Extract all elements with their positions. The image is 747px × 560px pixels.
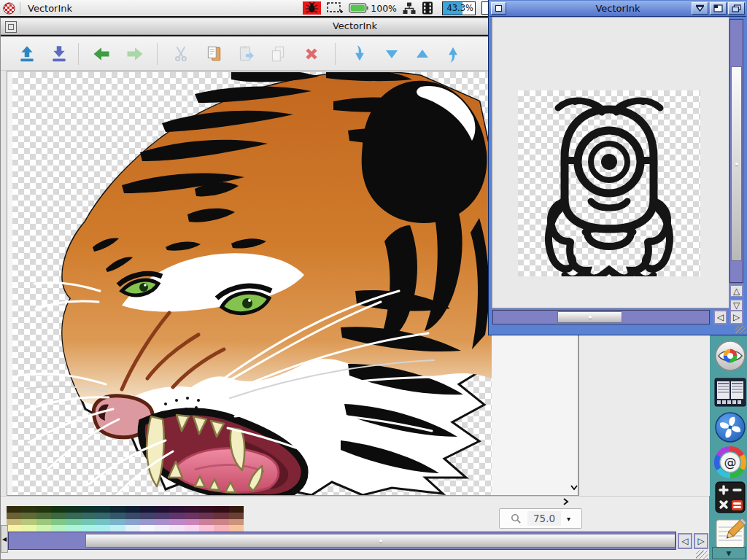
- bug-report-button[interactable]: [303, 1, 321, 15]
- palette-swatch[interactable]: [199, 513, 214, 519]
- palette-swatch[interactable]: [169, 506, 184, 513]
- palette-swatch[interactable]: [36, 513, 51, 519]
- boing-ball-icon[interactable]: [3, 2, 15, 15]
- palette-swatch[interactable]: [81, 525, 96, 532]
- palette-swatch[interactable]: [21, 525, 36, 532]
- palette-swatch[interactable]: [36, 519, 51, 526]
- palette-swatch[interactable]: [110, 506, 125, 513]
- film-indicator[interactable]: [422, 1, 433, 15]
- palette-swatch[interactable]: [66, 519, 80, 526]
- palette-swatch[interactable]: [21, 519, 36, 526]
- palette-swatch[interactable]: [96, 519, 110, 526]
- palette-swatch[interactable]: [155, 506, 169, 513]
- preview-vscroll-thumb[interactable]: [731, 66, 742, 261]
- palette-swatch[interactable]: [185, 513, 199, 519]
- dock-item-file-manager[interactable]: [713, 376, 746, 408]
- preview-vertical-scrollbar[interactable]: [729, 19, 743, 283]
- palette-swatch[interactable]: [36, 506, 51, 513]
- zoom-control[interactable]: 75.0 ▾: [499, 508, 582, 529]
- screengrab-button[interactable]: [327, 2, 343, 15]
- palette-swatch[interactable]: [81, 506, 96, 513]
- palette-swatch[interactable]: [155, 513, 169, 519]
- duplicate-button[interactable]: [265, 42, 291, 66]
- main-horizontal-scrollbar[interactable]: [8, 532, 676, 550]
- paste-button[interactable]: [233, 42, 259, 66]
- palette-swatch[interactable]: [214, 525, 228, 532]
- palette-swatch[interactable]: [96, 513, 110, 519]
- palette-swatch[interactable]: [199, 525, 214, 532]
- zoom-level-value[interactable]: 75.0: [527, 511, 561, 526]
- palette-swatch[interactable]: [125, 513, 140, 519]
- palette-swatch[interactable]: [140, 506, 155, 513]
- palette-swatch[interactable]: [140, 513, 155, 519]
- main-hscroll-right-button[interactable]: ▷: [694, 533, 708, 549]
- palette-swatch[interactable]: [214, 513, 228, 519]
- palette-swatch[interactable]: [199, 506, 214, 513]
- palette-swatch[interactable]: [140, 519, 155, 526]
- dock-item-contacts[interactable]: @: [713, 446, 746, 478]
- cpu-progress-indicator[interactable]: 43.3%: [439, 1, 476, 15]
- undo-button[interactable]: [88, 42, 115, 66]
- palette-swatch[interactable]: [169, 519, 184, 526]
- dock-collapse-handle[interactable]: ▼: [712, 547, 746, 559]
- tiger-illustration[interactable]: [12, 72, 492, 495]
- palette-swatch[interactable]: [185, 525, 199, 532]
- palette-swatch[interactable]: [229, 506, 244, 513]
- palette-swatch[interactable]: [110, 525, 125, 532]
- palette-swatch[interactable]: [229, 519, 244, 526]
- window-iconify-gadget[interactable]: [692, 2, 708, 15]
- zoom-dropdown-icon[interactable]: ▾: [567, 515, 570, 523]
- window-depth-gadget[interactable]: [728, 2, 745, 15]
- preview-scroll-up-button[interactable]: △: [729, 284, 743, 298]
- copy-button[interactable]: [201, 42, 227, 66]
- palette-swatch[interactable]: [155, 525, 169, 532]
- palette-swatch[interactable]: [185, 506, 199, 513]
- open-button[interactable]: [14, 42, 40, 66]
- palette-swatch[interactable]: [199, 519, 214, 526]
- main-hscroll-left-button[interactable]: ◁: [678, 533, 692, 549]
- palette-swatch[interactable]: [51, 506, 66, 513]
- palette-swatch[interactable]: [169, 513, 184, 519]
- window-zoom-gadget[interactable]: [710, 2, 727, 15]
- cut-button[interactable]: [169, 42, 195, 66]
- network-indicator[interactable]: [403, 2, 416, 15]
- artboard-transparency-checker[interactable]: [12, 72, 492, 495]
- screen-menubar[interactable]: VectorInk 100% 43.3%: [0, 0, 492, 18]
- scroll-more-down-chevron[interactable]: [570, 483, 578, 492]
- dock-item-viewer[interactable]: [713, 339, 746, 372]
- palette-swatch[interactable]: [21, 513, 36, 519]
- move-to-bottom-button[interactable]: [347, 42, 373, 66]
- palette-swatch[interactable]: [140, 525, 155, 532]
- palette-swatch[interactable]: [36, 525, 51, 532]
- preview-hscroll-thumb[interactable]: [557, 311, 622, 323]
- palette-swatch[interactable]: [81, 513, 96, 519]
- palette-swatch[interactable]: [7, 525, 21, 532]
- battery-indicator[interactable]: 100%: [349, 3, 397, 14]
- palette-swatch[interactable]: [66, 513, 80, 519]
- palette-swatch[interactable]: [229, 513, 244, 519]
- dock-item-pinwheel[interactable]: [713, 411, 746, 443]
- move-up-button[interactable]: [409, 42, 436, 66]
- preview-scroll-right-button[interactable]: ▷: [729, 310, 743, 324]
- palette-swatch[interactable]: [51, 513, 66, 519]
- window-resize-grip[interactable]: [735, 326, 746, 333]
- palette-swatch[interactable]: [7, 519, 21, 526]
- save-button[interactable]: [46, 42, 72, 66]
- preview-horizontal-scrollbar[interactable]: [492, 310, 710, 324]
- move-down-button[interactable]: [379, 42, 405, 66]
- palette-swatch[interactable]: [96, 525, 110, 532]
- palette-swatch[interactable]: [169, 525, 184, 532]
- palette-swatch[interactable]: [229, 525, 244, 532]
- delete-button[interactable]: [298, 42, 325, 66]
- preview-scroll-left-button[interactable]: ◁: [713, 310, 727, 324]
- palette-swatch[interactable]: [110, 519, 125, 526]
- dock-item-text-editor[interactable]: [713, 517, 746, 550]
- preview-transparency-checker[interactable]: [518, 90, 700, 276]
- palette-swatch[interactable]: [125, 525, 140, 532]
- scroll-more-right-chevron[interactable]: [562, 497, 570, 506]
- preview-window-titlebar[interactable]: VectorInk: [489, 1, 746, 17]
- palette-swatch[interactable]: [51, 525, 66, 532]
- palette-swatch[interactable]: [185, 519, 199, 526]
- window-resize-grip[interactable]: [696, 551, 708, 559]
- palette-swatch[interactable]: [125, 506, 140, 513]
